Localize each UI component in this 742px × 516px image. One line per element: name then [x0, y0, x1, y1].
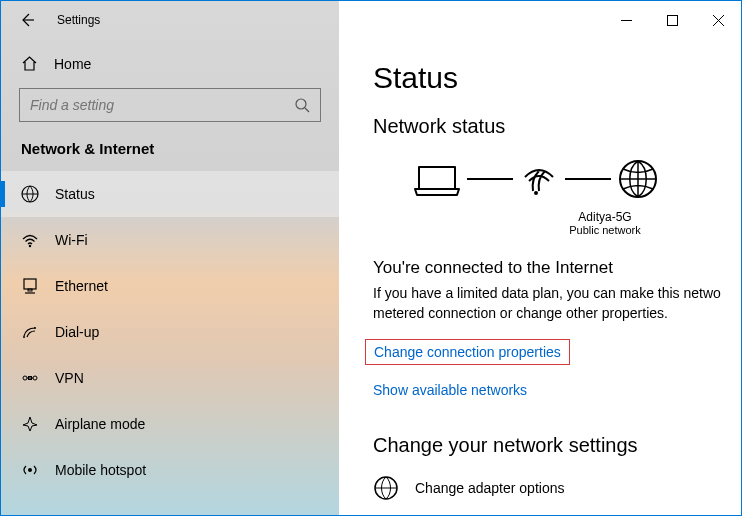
nav-label: Mobile hotspot	[55, 462, 146, 478]
minimize-button[interactable]	[603, 4, 649, 36]
nav-label: Ethernet	[55, 278, 108, 294]
change-settings-title: Change your network settings	[373, 434, 741, 457]
sidebar-item-status[interactable]: Status	[1, 171, 339, 217]
nav-label: Status	[55, 186, 95, 202]
svg-point-18	[28, 468, 32, 472]
change-adapter-options[interactable]: Change adapter options	[373, 475, 741, 501]
show-available-networks-link[interactable]: Show available networks	[373, 382, 527, 398]
home-icon	[21, 55, 38, 72]
sidebar-item-wifi[interactable]: Wi-Fi	[1, 217, 339, 263]
pc-icon	[413, 159, 461, 199]
svg-rect-9	[24, 279, 36, 289]
wifi-icon	[21, 231, 39, 249]
search-icon	[294, 97, 310, 113]
page-subtitle: Network status	[373, 115, 741, 138]
search-box[interactable]	[19, 88, 321, 122]
vpn-icon	[21, 369, 39, 387]
back-icon[interactable]	[19, 12, 35, 28]
sidebar-item-airplane[interactable]: Airplane mode	[1, 401, 339, 447]
sidebar-item-dialup[interactable]: Dial-up	[1, 309, 339, 355]
home-label: Home	[54, 56, 91, 72]
connector-line	[467, 177, 513, 181]
nav-label: Airplane mode	[55, 416, 145, 432]
connected-heading: You're connected to the Internet	[373, 258, 741, 278]
dialup-icon	[21, 323, 39, 341]
network-diagram	[413, 158, 741, 200]
status-icon	[21, 185, 39, 203]
sidebar-item-vpn[interactable]: VPN	[1, 355, 339, 401]
adapter-label: Change adapter options	[415, 480, 564, 496]
connector-line	[565, 177, 611, 181]
change-connection-properties-link[interactable]: Change connection properties	[365, 339, 570, 365]
sidebar-item-home[interactable]: Home	[19, 45, 321, 82]
adapter-icon	[373, 475, 399, 501]
connection-type: Public network	[469, 224, 741, 236]
wifi-router-icon	[519, 159, 559, 199]
svg-rect-10	[28, 289, 32, 291]
close-button[interactable]	[695, 4, 741, 36]
connection-name: Aditya-5G	[469, 210, 741, 224]
globe-icon	[617, 158, 659, 200]
page-title: Status	[373, 61, 741, 95]
svg-point-8	[29, 245, 31, 247]
maximize-button[interactable]	[649, 4, 695, 36]
svg-point-13	[34, 327, 36, 329]
sidebar: Home Network & Internet Status Wi-Fi Eth…	[1, 1, 339, 515]
titlebar: Settings	[1, 1, 741, 39]
connected-description: If you have a limited data plan, you can…	[373, 284, 741, 323]
svg-rect-2	[667, 15, 677, 25]
nav-label: Dial-up	[55, 324, 99, 340]
nav-label: Wi-Fi	[55, 232, 88, 248]
main-panel: Status Network status Aditya-5G Public n…	[339, 1, 741, 515]
airplane-icon	[21, 415, 39, 433]
sidebar-item-hotspot[interactable]: Mobile hotspot	[1, 447, 339, 493]
svg-point-15	[33, 376, 37, 380]
svg-point-5	[296, 99, 306, 109]
ethernet-icon	[21, 277, 39, 295]
connection-labels: Aditya-5G Public network	[469, 210, 741, 236]
window-title: Settings	[57, 13, 100, 27]
svg-line-6	[305, 108, 309, 112]
hotspot-icon	[21, 461, 39, 479]
svg-point-20	[534, 191, 538, 195]
search-input[interactable]	[30, 97, 294, 113]
nav-label: VPN	[55, 370, 84, 386]
sidebar-item-ethernet[interactable]: Ethernet	[1, 263, 339, 309]
svg-point-14	[23, 376, 27, 380]
svg-point-12	[23, 336, 25, 338]
category-title: Network & Internet	[1, 122, 339, 171]
